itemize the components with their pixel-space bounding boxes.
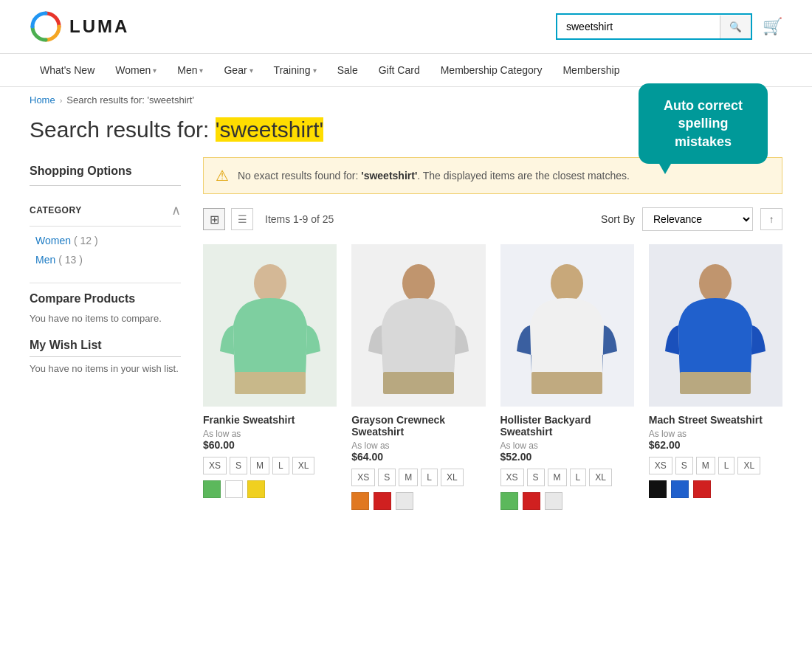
color-swatch-orange[interactable]: [351, 492, 369, 510]
category-filter: CATEGORY ∧ Women ( 12 ) Men ( 13 ): [30, 195, 181, 274]
category-women-name: Women: [35, 235, 71, 246]
compare-section: Compare Products You have no items to co…: [30, 292, 181, 324]
main-content: ⚠ No exact results found for: 'sweetshir…: [203, 157, 782, 510]
size-m[interactable]: M: [399, 469, 418, 486]
size-s[interactable]: S: [230, 457, 247, 474]
page-title-before: Search results for:: [30, 117, 216, 142]
size-m[interactable]: M: [250, 457, 269, 474]
size-xl[interactable]: XL: [292, 457, 315, 474]
product-name[interactable]: Hollister Backyard Sweatshirt: [500, 414, 634, 438]
product-image[interactable]: [203, 244, 337, 407]
product-colors: [649, 480, 782, 498]
color-swatch-black[interactable]: [649, 480, 667, 498]
list-view-button[interactable]: ☰: [231, 208, 253, 230]
color-swatch-yellow[interactable]: [247, 480, 265, 498]
size-l[interactable]: L: [421, 469, 438, 486]
product-card: Frankie Sweatshirt As low as $60.00 XS S…: [203, 244, 337, 510]
product-image[interactable]: [500, 244, 634, 407]
nav-item-training[interactable]: Training ▾: [264, 54, 327, 86]
color-swatch-red[interactable]: [523, 492, 540, 510]
nav-bar: What's New Women ▾ Men ▾ Gear ▾ Training…: [0, 54, 812, 87]
size-xs[interactable]: XS: [203, 457, 227, 474]
color-swatch-lightgray[interactable]: [396, 492, 413, 510]
category-label: CATEGORY: [30, 205, 82, 215]
product-colors: [351, 492, 485, 510]
product-colors: [203, 480, 337, 498]
page-title-area: Search results for: 'sweetshirt' Auto co…: [0, 113, 812, 157]
svg-point-3: [402, 264, 435, 303]
wishlist-section: My Wish List You have no items in your w…: [30, 339, 181, 374]
shopping-options-title: Shopping Options: [30, 157, 181, 186]
product-name[interactable]: Mach Street Sweatshirt: [649, 414, 782, 426]
product-card: Mach Street Sweatshirt As low as $62.00 …: [649, 244, 782, 510]
sidebar-divider: [30, 283, 181, 283]
sidebar: Shopping Options CATEGORY ∧ Women ( 12 )…: [30, 157, 181, 510]
size-l[interactable]: L: [718, 457, 735, 474]
size-xs[interactable]: XS: [500, 469, 524, 486]
svg-rect-8: [680, 372, 751, 394]
nav-item-whats-new[interactable]: What's New: [30, 54, 105, 86]
cart-icon[interactable]: 🛒: [763, 17, 782, 36]
grid-view-button[interactable]: ⊞: [203, 208, 225, 230]
size-m[interactable]: M: [548, 469, 567, 486]
speech-bubble-text: Auto correct spelling mistakes: [664, 98, 743, 149]
product-name[interactable]: Frankie Sweatshirt: [203, 414, 337, 426]
product-price-label: As low as: [649, 429, 782, 439]
size-xl[interactable]: XL: [589, 469, 612, 486]
product-name[interactable]: Grayson Crewneck Sweatshirt: [351, 414, 485, 438]
breadcrumb-current: Search results for: 'sweetshirt': [66, 94, 194, 106]
color-swatch-lightgray[interactable]: [545, 492, 562, 510]
speech-bubble: Auto correct spelling mistakes: [639, 83, 768, 164]
breadcrumb-home[interactable]: Home: [30, 94, 55, 106]
search-input[interactable]: [557, 15, 720, 38]
product-price: $52.00: [500, 451, 634, 463]
product-price: $64.00: [351, 451, 485, 463]
product-sizes: XS S M L XL: [351, 469, 485, 486]
nav-item-gift-card[interactable]: Gift Card: [368, 54, 430, 86]
main-layout: Shopping Options CATEGORY ∧ Women ( 12 )…: [0, 157, 812, 539]
size-xs[interactable]: XS: [649, 457, 672, 474]
product-image[interactable]: [351, 244, 485, 407]
chevron-down-icon: ▾: [153, 66, 156, 75]
size-xl[interactable]: XL: [737, 457, 760, 474]
compare-text: You have no items to compare.: [30, 313, 181, 324]
category-option-women[interactable]: Women ( 12 ): [30, 231, 181, 250]
size-xs[interactable]: XS: [351, 469, 375, 486]
size-xl[interactable]: XL: [441, 469, 464, 486]
nav-item-women[interactable]: Women ▾: [105, 54, 167, 86]
nav-item-gear[interactable]: Gear ▾: [213, 54, 263, 86]
svg-rect-6: [531, 372, 602, 394]
sort-select[interactable]: Relevance Price Product Name Position: [642, 207, 753, 231]
color-swatch-white[interactable]: [225, 480, 243, 498]
sort-label: Sort By: [601, 213, 635, 225]
size-m[interactable]: M: [696, 457, 715, 474]
wishlist-text: You have no items in your wish list.: [30, 363, 181, 374]
product-image[interactable]: [649, 244, 782, 407]
nav-item-sale[interactable]: Sale: [327, 54, 368, 86]
product-sizes: XS S M L XL: [203, 457, 337, 474]
logo-icon: [30, 10, 62, 43]
color-swatch-green[interactable]: [203, 480, 221, 498]
product-colors: [500, 492, 634, 510]
size-s[interactable]: S: [675, 457, 693, 474]
size-s[interactable]: S: [378, 469, 396, 486]
product-sizes: XS S M L XL: [500, 469, 634, 486]
toolbar-right: Sort By Relevance Price Product Name Pos…: [601, 207, 782, 231]
color-swatch-red[interactable]: [693, 480, 711, 498]
nav-item-men[interactable]: Men ▾: [167, 54, 213, 86]
svg-point-5: [551, 264, 583, 303]
category-women-count: ( 12 ): [74, 235, 98, 246]
color-swatch-green[interactable]: [500, 492, 518, 510]
size-l[interactable]: L: [570, 469, 587, 486]
svg-rect-2: [235, 372, 306, 394]
size-l[interactable]: L: [272, 457, 289, 474]
category-option-men[interactable]: Men ( 13 ): [30, 250, 181, 269]
sort-direction-button[interactable]: ↑: [760, 208, 782, 230]
color-swatch-blue[interactable]: [671, 480, 689, 498]
nav-item-membership-category[interactable]: Membership Category: [430, 54, 553, 86]
nav-item-membership[interactable]: Membership: [552, 54, 630, 86]
search-button[interactable]: 🔍: [720, 15, 751, 38]
size-s[interactable]: S: [527, 469, 545, 486]
color-swatch-red[interactable]: [374, 492, 391, 510]
category-filter-header[interactable]: CATEGORY ∧: [30, 195, 181, 227]
